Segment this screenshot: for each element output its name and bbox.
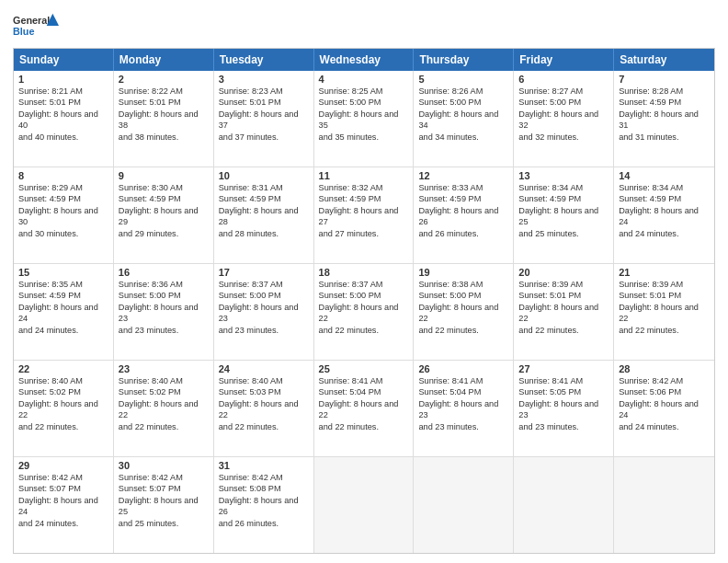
day-number: 2 — [119, 74, 209, 85]
sunrise-line: Sunrise: 8:39 AM — [619, 279, 710, 290]
logo: General Blue — [13, 9, 59, 42]
sunrise-line: Sunrise: 8:31 AM — [219, 182, 309, 193]
day-number: 17 — [219, 267, 309, 278]
calendar-row: 1 Sunrise: 8:21 AM Sunset: 5:01 PM Dayli… — [14, 71, 714, 167]
calendar-cell: 12 Sunrise: 8:33 AM Sunset: 4:59 PM Dayl… — [414, 167, 514, 263]
day-number: 18 — [319, 267, 409, 278]
sunrise-line: Sunrise: 8:41 AM — [319, 375, 409, 386]
day-number: 5 — [418, 74, 508, 85]
sunset-line: Sunset: 5:01 PM — [119, 97, 209, 108]
day-number: 24 — [219, 363, 309, 374]
header-day: Wednesday — [314, 49, 415, 71]
sunset-line: Sunset: 5:06 PM — [619, 386, 710, 397]
sunrise-line: Sunrise: 8:40 AM — [219, 375, 309, 386]
sunset-line: Sunset: 4:59 PM — [18, 290, 108, 301]
sunrise-line: Sunrise: 8:41 AM — [418, 375, 508, 386]
sunrise-line: Sunrise: 8:42 AM — [18, 472, 108, 483]
day-number: 9 — [119, 170, 209, 181]
sunset-line: Sunset: 4:59 PM — [418, 193, 508, 204]
sunrise-line: Sunrise: 8:42 AM — [619, 375, 710, 386]
calendar-cell: 8 Sunrise: 8:29 AM Sunset: 4:59 PM Dayli… — [14, 167, 114, 263]
daylight-line2: and 25 minutes. — [518, 228, 609, 239]
sunset-line: Sunset: 5:01 PM — [18, 97, 108, 108]
sunrise-line: Sunrise: 8:42 AM — [219, 472, 309, 483]
daylight-line: Daylight: 8 hours and 27 — [319, 205, 409, 228]
calendar-cell: 18 Sunrise: 8:37 AM Sunset: 5:00 PM Dayl… — [314, 264, 415, 360]
daylight-line: Daylight: 8 hours and 23 — [219, 302, 309, 325]
daylight-line2: and 24 minutes. — [619, 421, 710, 432]
sunset-line: Sunset: 5:03 PM — [219, 386, 309, 397]
sunrise-line: Sunrise: 8:26 AM — [418, 86, 508, 97]
sunrise-line: Sunrise: 8:37 AM — [219, 279, 309, 290]
calendar-cell: 23 Sunrise: 8:40 AM Sunset: 5:02 PM Dayl… — [114, 361, 214, 456]
day-number: 21 — [619, 267, 710, 278]
daylight-line: Daylight: 8 hours and 22 — [619, 302, 710, 325]
day-number: 23 — [119, 363, 209, 374]
sunrise-line: Sunrise: 8:32 AM — [319, 182, 409, 193]
daylight-line2: and 26 minutes. — [418, 228, 508, 239]
header: General Blue — [13, 9, 715, 42]
daylight-line: Daylight: 8 hours and 26 — [418, 205, 508, 228]
daylight-line2: and 29 minutes. — [119, 228, 209, 239]
calendar-cell: 28 Sunrise: 8:42 AM Sunset: 5:06 PM Dayl… — [614, 361, 714, 456]
day-number: 7 — [619, 74, 710, 85]
calendar-header: SundayMondayTuesdayWednesdayThursdayFrid… — [14, 49, 714, 71]
sunset-line: Sunset: 4:59 PM — [518, 193, 609, 204]
page: General Blue SundayMondayTuesdayWednesda… — [0, 0, 728, 563]
header-day: Sunday — [14, 49, 114, 71]
daylight-line2: and 34 minutes. — [418, 132, 508, 143]
sunrise-line: Sunrise: 8:40 AM — [119, 375, 209, 386]
daylight-line: Daylight: 8 hours and 23 — [418, 398, 508, 421]
daylight-line2: and 23 minutes. — [418, 421, 508, 432]
header-day: Thursday — [414, 49, 514, 71]
calendar-cell: 7 Sunrise: 8:28 AM Sunset: 4:59 PM Dayli… — [614, 71, 714, 167]
daylight-line: Daylight: 8 hours and 32 — [518, 109, 609, 132]
calendar-cell: 2 Sunrise: 8:22 AM Sunset: 5:01 PM Dayli… — [114, 71, 214, 167]
sunrise-line: Sunrise: 8:27 AM — [518, 86, 609, 97]
calendar-cell — [414, 457, 514, 553]
day-number: 31 — [219, 460, 309, 471]
sunrise-line: Sunrise: 8:21 AM — [18, 86, 108, 97]
calendar: SundayMondayTuesdayWednesdayThursdayFrid… — [13, 48, 715, 554]
daylight-line: Daylight: 8 hours and 22 — [518, 302, 609, 325]
calendar-cell: 4 Sunrise: 8:25 AM Sunset: 5:00 PM Dayli… — [314, 71, 415, 167]
sunset-line: Sunset: 5:00 PM — [518, 97, 609, 108]
daylight-line: Daylight: 8 hours and 37 — [219, 109, 309, 132]
sunset-line: Sunset: 4:59 PM — [119, 193, 209, 204]
daylight-line2: and 26 minutes. — [219, 518, 309, 529]
sunrise-line: Sunrise: 8:36 AM — [119, 279, 209, 290]
daylight-line2: and 23 minutes. — [219, 325, 309, 336]
header-day: Friday — [514, 49, 614, 71]
calendar-cell: 22 Sunrise: 8:40 AM Sunset: 5:02 PM Dayl… — [14, 361, 114, 456]
sunset-line: Sunset: 5:01 PM — [219, 97, 309, 108]
day-number: 14 — [619, 170, 710, 181]
sunset-line: Sunset: 5:00 PM — [119, 290, 209, 301]
sunset-line: Sunset: 4:59 PM — [619, 193, 710, 204]
calendar-cell: 11 Sunrise: 8:32 AM Sunset: 4:59 PM Dayl… — [314, 167, 415, 263]
daylight-line2: and 35 minutes. — [319, 132, 409, 143]
daylight-line: Daylight: 8 hours and 35 — [319, 109, 409, 132]
sunset-line: Sunset: 4:59 PM — [619, 97, 710, 108]
calendar-cell: 17 Sunrise: 8:37 AM Sunset: 5:00 PM Dayl… — [214, 264, 314, 360]
daylight-line2: and 24 minutes. — [18, 518, 108, 529]
calendar-row: 8 Sunrise: 8:29 AM Sunset: 4:59 PM Dayli… — [14, 167, 714, 263]
daylight-line2: and 32 minutes. — [518, 132, 609, 143]
sunrise-line: Sunrise: 8:34 AM — [619, 182, 710, 193]
daylight-line: Daylight: 8 hours and 29 — [119, 205, 209, 228]
calendar-cell — [314, 457, 415, 553]
header-day: Saturday — [614, 49, 714, 71]
sunset-line: Sunset: 5:00 PM — [418, 97, 508, 108]
day-number: 8 — [18, 170, 108, 181]
calendar-cell: 6 Sunrise: 8:27 AM Sunset: 5:00 PM Dayli… — [514, 71, 614, 167]
sunrise-line: Sunrise: 8:39 AM — [518, 279, 609, 290]
calendar-cell: 19 Sunrise: 8:38 AM Sunset: 5:00 PM Dayl… — [414, 264, 514, 360]
day-number: 16 — [119, 267, 209, 278]
calendar-cell: 20 Sunrise: 8:39 AM Sunset: 5:01 PM Dayl… — [514, 264, 614, 360]
calendar-cell: 26 Sunrise: 8:41 AM Sunset: 5:04 PM Dayl… — [414, 361, 514, 456]
daylight-line2: and 24 minutes. — [619, 228, 710, 239]
daylight-line2: and 22 minutes. — [219, 421, 309, 432]
sunset-line: Sunset: 5:00 PM — [418, 290, 508, 301]
sunrise-line: Sunrise: 8:41 AM — [518, 375, 609, 386]
sunrise-line: Sunrise: 8:29 AM — [18, 182, 108, 193]
daylight-line2: and 28 minutes. — [219, 228, 309, 239]
